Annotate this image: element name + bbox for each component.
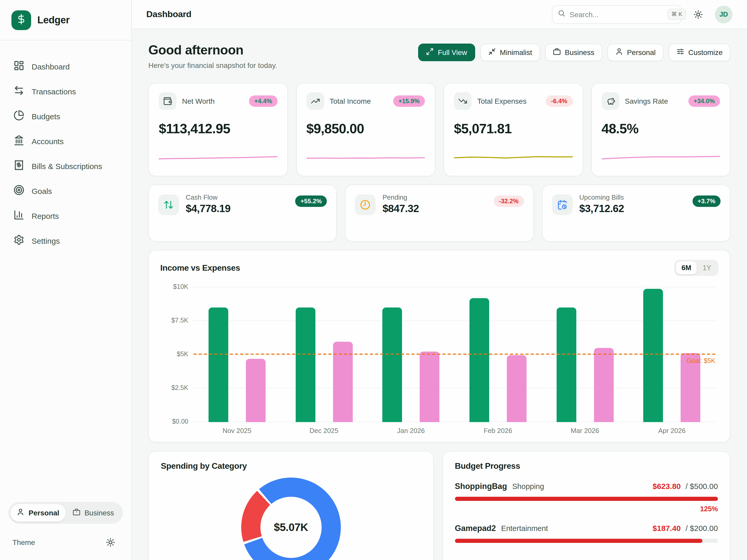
user-icon: [615, 48, 623, 57]
income-bar: [209, 308, 228, 422]
sidebar-item-accounts[interactable]: Accounts: [7, 129, 124, 154]
maximize-icon: [426, 48, 434, 57]
customize-button[interactable]: Customize: [669, 44, 730, 61]
sidebar-item-bills[interactable]: Bills & Subscriptions: [7, 154, 124, 178]
budget-item-name: Gamepad2: [455, 524, 496, 533]
minimalist-view-button[interactable]: Minimalist: [480, 44, 540, 61]
x-axis-labels: Nov 2025Dec 2025Jan 2026Feb 2026Mar 2026…: [194, 427, 715, 434]
business-view-button[interactable]: Business: [545, 44, 602, 61]
income-bar: [469, 298, 489, 422]
budget-item-shopping: ShoppingBag Shopping $623.80 / $500.00 1…: [455, 482, 718, 513]
budget-spent: $623.80: [652, 482, 680, 490]
budget-spent: $187.40: [652, 524, 680, 533]
budget-item-entertainment: Gamepad2 Entertainment $187.40 / $200.00: [455, 524, 718, 543]
sparkline: [159, 149, 277, 165]
sidebar-nav: Dashboard Transactions Budgets Accounts …: [0, 41, 131, 253]
brand-name: Ledger: [37, 14, 70, 26]
sidebar-item-reports[interactable]: Reports: [7, 203, 124, 228]
budget-item-name: ShoppingBag: [455, 482, 507, 491]
change-badge: +4.4%: [249, 96, 277, 107]
sidebar-item-goals[interactable]: Goals: [7, 178, 124, 203]
page-title: Dashboard: [146, 9, 191, 20]
donut-center-label: $5.07K: [274, 521, 308, 534]
goal-label: Goal: $5K: [687, 357, 715, 365]
x-tick-label: Nov 2025: [194, 427, 280, 434]
calendar-clock-icon: [552, 194, 572, 215]
full-view-button[interactable]: Full View: [418, 44, 475, 61]
spending-by-category-card: Spending by Category $5.07K: [148, 451, 434, 560]
budget-progress-fill: [455, 497, 718, 501]
bank-icon: [14, 135, 24, 147]
gear-icon: [14, 234, 24, 247]
sidebar-item-label: Transactions: [32, 87, 76, 96]
sidebar-item-budgets[interactable]: Budgets: [7, 104, 124, 129]
workspace-toggle: Personal Business: [8, 502, 123, 524]
stat-value: $113,412.95: [159, 121, 277, 137]
budget-title: Budget Progress: [455, 461, 718, 471]
stat-card-total-income: Total Income +15.9% $9,850.00: [296, 83, 435, 176]
clock-icon: [355, 194, 376, 215]
workspace-business-button[interactable]: Business: [66, 504, 121, 522]
donut-chart: $5.07K: [241, 478, 341, 560]
sidebar-item-transactions[interactable]: Transactions: [7, 79, 124, 104]
sparkline: [454, 149, 572, 165]
arrow-up-down-icon: [158, 194, 179, 215]
x-tick-label: Dec 2025: [280, 427, 367, 434]
range-1y-button[interactable]: 1Y: [697, 261, 717, 274]
sidebar-item-label: Goals: [32, 186, 52, 195]
briefcase-icon: [73, 508, 80, 517]
budget-progress-bar: [455, 539, 718, 543]
search-icon: [558, 9, 565, 19]
stat-value: $9,850.00: [306, 121, 425, 137]
y-tick: $2.5K: [156, 384, 188, 392]
quick-card-cash-flow: Cash Flow $4,778.19 +55.2%: [148, 185, 337, 242]
y-tick: $0.00: [156, 418, 188, 425]
target-icon: [14, 185, 24, 197]
goal-line: Goal: $5K: [194, 354, 715, 355]
greeting-subtitle: Here's your financial snapshot for today…: [148, 61, 277, 70]
x-tick-label: Feb 2026: [455, 427, 541, 434]
change-badge: +15.9%: [393, 96, 425, 107]
stat-value: 48.5%: [601, 121, 720, 137]
quick-label: Upcoming Bills: [579, 193, 624, 201]
income-expenses-chart-card: Income vs Expenses 6M 1Y $10K $7.5K $5K …: [148, 250, 730, 442]
sidebar-item-dashboard[interactable]: Dashboard: [7, 54, 124, 79]
budget-item-category: Shopping: [512, 482, 544, 490]
sidebar-item-settings[interactable]: Settings: [7, 228, 124, 253]
change-badge: -32.2%: [494, 195, 524, 207]
search-shortcut-badge: ⌘ K: [668, 9, 686, 20]
bar-group: [628, 287, 715, 422]
wallet-icon: [159, 92, 176, 110]
budget-limit: / $200.00: [686, 524, 718, 533]
search-box[interactable]: ⌘ K: [552, 5, 681, 24]
pie-chart-icon: [14, 110, 24, 123]
income-bar: [643, 289, 663, 422]
theme-sun-icon[interactable]: [102, 534, 119, 551]
greeting-title: Good afternoon: [148, 43, 277, 58]
sparkline: [306, 149, 425, 165]
chart-title: Income vs Expenses: [160, 263, 240, 272]
theme-toggle-button[interactable]: [690, 6, 706, 23]
stat-label: Total Expenses: [477, 97, 526, 105]
range-6m-button[interactable]: 6M: [676, 261, 697, 274]
x-tick-label: Mar 2026: [541, 427, 628, 434]
briefcase-icon: [553, 48, 561, 57]
workspace-personal-button[interactable]: Personal: [10, 504, 66, 522]
quick-card-upcoming-bills: Upcoming Bills $3,712.62 +3.7%: [542, 185, 730, 242]
avatar[interactable]: JD: [715, 5, 732, 23]
bar-chart-plot: $10K $7.5K $5K $2.5K $0.00 Goal: $5K: [194, 287, 715, 422]
budget-progress-fill: [455, 539, 702, 543]
expenses-bar: [594, 348, 613, 422]
quick-stats-row: Cash Flow $4,778.19 +55.2% Pending $847.…: [148, 185, 730, 242]
bars-layer: [194, 287, 715, 422]
expenses-bar: [246, 359, 265, 422]
bar-group: [194, 287, 280, 422]
personal-view-button[interactable]: Personal: [607, 44, 664, 61]
stat-card-total-expenses: Total Expenses -6.4% $5,071.81: [443, 83, 583, 176]
trending-down-icon: [454, 92, 471, 110]
user-icon: [17, 508, 24, 517]
sidebar: Ledger Dashboard Transactions Budgets Ac…: [0, 0, 132, 560]
stat-label: Savings Rate: [625, 97, 668, 105]
change-badge: +55.2%: [295, 195, 327, 207]
search-input[interactable]: [570, 10, 664, 19]
